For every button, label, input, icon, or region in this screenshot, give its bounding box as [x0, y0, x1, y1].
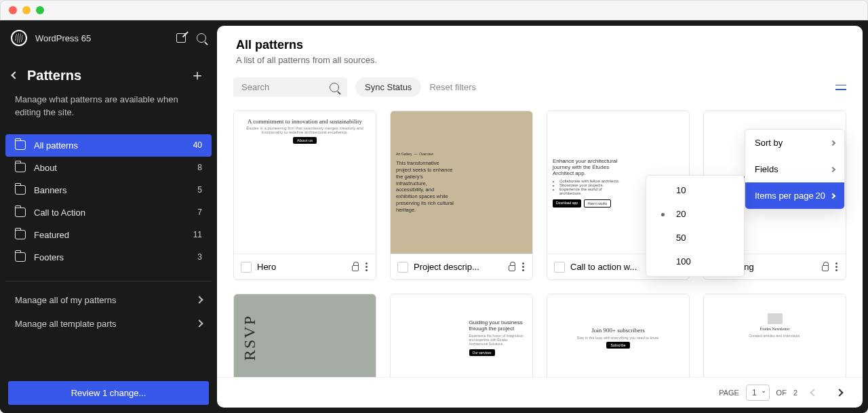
- pattern-card[interactable]: Guiding your business through the projec…: [390, 294, 533, 377]
- pattern-thumbnail: RSVP: [234, 294, 376, 377]
- sidebar-description: Manage what patterns are available when …: [0, 91, 217, 129]
- pattern-thumbnail: A commitment to innovation and sustainab…: [234, 111, 376, 254]
- pattern-title: Hero: [257, 262, 347, 272]
- chevron-right-icon: [195, 320, 203, 328]
- thumb-text: RSVP: [241, 315, 259, 361]
- sidebar-category-item[interactable]: Call to Action7: [5, 201, 212, 224]
- search-icon: [330, 83, 339, 92]
- review-changes-button[interactable]: Review 1 change...: [8, 381, 209, 405]
- minimize-window-button[interactable]: [22, 6, 31, 14]
- maximize-window-button[interactable]: [36, 6, 44, 14]
- thumb-text: About us: [293, 137, 317, 144]
- reset-filters-button[interactable]: Reset filters: [429, 82, 476, 92]
- thumb-text: Stay in the loop with everything you nee…: [577, 336, 660, 340]
- search-input[interactable]: Search: [233, 77, 347, 97]
- current-page: 1: [752, 388, 757, 397]
- category-count: 8: [197, 163, 202, 172]
- thumb-text: Download app: [553, 199, 581, 208]
- select-checkbox[interactable]: [241, 262, 252, 273]
- items-per-page-choice[interactable]: 50: [646, 226, 744, 250]
- prev-page-button[interactable]: [804, 383, 823, 402]
- thumb-text: Join 900+ subscribers: [591, 327, 645, 334]
- items-per-page-choice[interactable]: 20: [646, 202, 744, 226]
- option-label: Sort by: [755, 138, 783, 148]
- pattern-card[interactable]: Art Gallery — OverviewThis transformativ…: [390, 111, 533, 280]
- sync-status-filter[interactable]: Sync Status: [355, 77, 421, 97]
- sort-by-option[interactable]: Sort by: [745, 130, 844, 156]
- card-actions-menu[interactable]: [834, 261, 839, 273]
- add-pattern-icon[interactable]: ＋: [190, 65, 205, 85]
- site-name: WordPress 65: [35, 33, 91, 43]
- folder-icon: [15, 185, 26, 195]
- select-checkbox[interactable]: [554, 262, 565, 273]
- open-site-icon[interactable]: [176, 33, 186, 43]
- option-label: Fields: [755, 164, 778, 174]
- command-search-icon[interactable]: [197, 33, 206, 43]
- page-select[interactable]: 1: [746, 385, 770, 401]
- category-label: Banners: [34, 185, 66, 195]
- total-pages: 2: [793, 389, 797, 397]
- lock-icon: [822, 265, 829, 271]
- wordpress-logo-icon[interactable]: [11, 30, 27, 46]
- category-label: Call to Action: [34, 208, 85, 218]
- pattern-card[interactable]: Join 900+ subscribers Stay in the loop w…: [547, 294, 690, 377]
- folder-icon: [15, 208, 26, 217]
- category-count: 3: [197, 252, 202, 262]
- folder-icon: [15, 140, 26, 150]
- thumb-text: Études is a pioneering firm that seamles…: [241, 126, 369, 134]
- manage-template-parts-link[interactable]: Manage all template parts: [0, 312, 217, 336]
- pattern-card[interactable]: RSVP: [233, 294, 376, 377]
- of-label: OF: [776, 389, 787, 397]
- sidebar-category-item[interactable]: Banners5: [5, 179, 212, 201]
- items-per-page-choice[interactable]: 100: [646, 250, 744, 273]
- view-options-popover: Sort by Fields Items per page 20: [745, 129, 845, 210]
- category-count: 11: [193, 230, 202, 239]
- select-checkbox[interactable]: [397, 262, 408, 273]
- option-value: 20: [816, 191, 825, 201]
- thumb-text: How it works: [584, 199, 611, 208]
- sidebar-title: Patterns: [27, 68, 81, 83]
- chevron-right-icon: [830, 140, 835, 145]
- chevron-right-icon: [830, 193, 835, 198]
- sidebar-category-item[interactable]: About8: [5, 157, 212, 179]
- main-panel: All patterns A list of all patterns from…: [217, 26, 863, 408]
- items-per-page-submenu: 102050100: [646, 175, 745, 277]
- manage-my-patterns-label: Manage all of my patterns: [15, 295, 117, 305]
- items-per-page-choice[interactable]: 10: [646, 178, 744, 202]
- pattern-thumbnail: Art Gallery — OverviewThis transformativ…: [391, 111, 532, 254]
- category-count: 7: [197, 208, 202, 217]
- thumb-text: Enhance your architectural journey with …: [553, 158, 624, 176]
- thumb-text: Études Newsletter: [760, 327, 790, 331]
- pattern-card[interactable]: Études Newsletter Curated articles and i…: [703, 294, 846, 377]
- category-label: All patterns: [34, 140, 78, 151]
- folder-icon: [15, 252, 26, 262]
- thumb-text: Guiding your business through the projec…: [469, 319, 526, 332]
- chevron-right-icon: [195, 296, 203, 304]
- category-count: 5: [197, 185, 202, 195]
- close-window-button[interactable]: [9, 6, 17, 14]
- thumb-text: Curated articles and interviews.: [749, 334, 801, 338]
- manage-my-patterns-link[interactable]: Manage all of my patterns: [0, 288, 217, 312]
- sidebar-category-item[interactable]: Featured11: [5, 224, 212, 246]
- back-icon[interactable]: [11, 71, 18, 79]
- next-page-button[interactable]: [830, 383, 849, 402]
- thumb-text: This transformative project seeks to enh…: [396, 160, 456, 213]
- search-placeholder: Search: [241, 82, 269, 92]
- page-label: PAGE: [719, 389, 739, 397]
- view-options-icon[interactable]: [835, 83, 846, 92]
- pattern-title: Project descrip...: [414, 262, 503, 272]
- sidebar: WordPress 65 Patterns ＋ Manage what patt…: [0, 20, 217, 413]
- lock-icon: [509, 265, 515, 271]
- category-label: Footers: [34, 252, 64, 262]
- card-actions-menu[interactable]: [364, 261, 369, 273]
- card-actions-menu[interactable]: [521, 261, 526, 273]
- sidebar-category-item[interactable]: All patterns40: [5, 134, 212, 157]
- items-per-page-option[interactable]: Items per page 20: [745, 182, 844, 209]
- page-subtitle: A list of all patterns from all sources.: [236, 55, 844, 65]
- category-label: Featured: [34, 230, 69, 240]
- pattern-card[interactable]: A commitment to innovation and sustainab…: [233, 111, 376, 280]
- fields-option[interactable]: Fields: [745, 156, 844, 182]
- sidebar-category-item[interactable]: Footers3: [5, 246, 212, 269]
- window-titlebar: [0, 0, 868, 20]
- lock-icon: [352, 265, 359, 271]
